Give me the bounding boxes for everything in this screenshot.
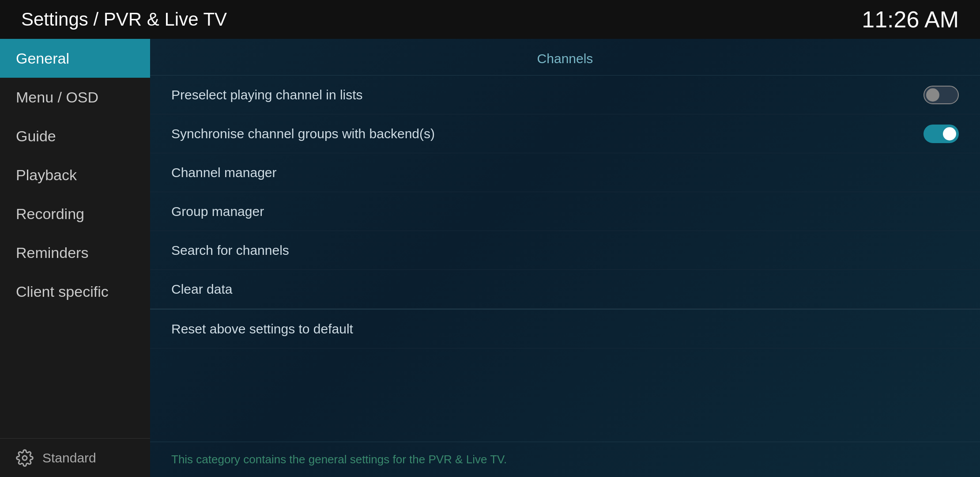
main-layout: General Menu / OSD Guide Playback Record… xyxy=(0,39,980,477)
sidebar-item-menu-osd-label: Menu / OSD xyxy=(16,89,98,106)
sidebar-item-recording[interactable]: Recording xyxy=(0,194,150,233)
sidebar-item-general[interactable]: General xyxy=(0,39,150,78)
setting-synchronise-channel-groups[interactable]: Synchronise channel groups with backend(… xyxy=(150,114,980,153)
settings-level-label: Standard xyxy=(42,450,96,466)
footer-description: This category contains the general setti… xyxy=(171,453,507,466)
gear-icon xyxy=(16,449,34,467)
toggle-preselect-playing[interactable] xyxy=(923,86,959,104)
sidebar-item-client-specific[interactable]: Client specific xyxy=(0,272,150,311)
sidebar-nav: General Menu / OSD Guide Playback Record… xyxy=(0,39,150,438)
setting-preselect-playing[interactable]: Preselect playing channel in lists xyxy=(150,76,980,114)
setting-clear-data[interactable]: Clear data xyxy=(150,270,980,309)
content-footer: This category contains the general setti… xyxy=(150,442,980,477)
setting-channel-manager-label: Channel manager xyxy=(171,165,277,180)
toggle-synchronise-channel-groups[interactable] xyxy=(923,125,959,143)
settings-content: Channels Preselect playing channel in li… xyxy=(150,39,980,442)
setting-reset-defaults[interactable]: Reset above settings to default xyxy=(150,310,980,348)
sidebar-item-guide-label: Guide xyxy=(16,128,56,145)
sidebar-item-reminders-label: Reminders xyxy=(16,244,88,261)
clock: 11:26 AM xyxy=(862,6,959,33)
sidebar-item-guide[interactable]: Guide xyxy=(0,117,150,155)
sidebar-item-recording-label: Recording xyxy=(16,205,84,223)
svg-point-0 xyxy=(23,456,27,460)
sidebar-item-playback-label: Playback xyxy=(16,167,77,184)
content-area: Channels Preselect playing channel in li… xyxy=(150,39,980,477)
sidebar-item-client-specific-label: Client specific xyxy=(16,283,109,300)
setting-group-manager-label: Group manager xyxy=(171,204,264,219)
toggle-knob-preselect xyxy=(926,88,939,102)
setting-group-manager[interactable]: Group manager xyxy=(150,192,980,231)
section-header-channels: Channels xyxy=(150,39,980,76)
setting-preselect-playing-label: Preselect playing channel in lists xyxy=(171,87,363,102)
setting-search-for-channels[interactable]: Search for channels xyxy=(150,231,980,270)
setting-reset-label: Reset above settings to default xyxy=(171,322,353,337)
sidebar-item-playback[interactable]: Playback xyxy=(0,155,150,194)
setting-search-channels-label: Search for channels xyxy=(171,243,289,258)
settings-level-footer[interactable]: Standard xyxy=(0,438,150,477)
setting-clear-data-label: Clear data xyxy=(171,282,232,297)
sidebar-item-general-label: General xyxy=(16,50,69,67)
header: Settings / PVR & Live TV 11:26 AM xyxy=(0,0,980,39)
sidebar: General Menu / OSD Guide Playback Record… xyxy=(0,39,150,477)
setting-channel-manager[interactable]: Channel manager xyxy=(150,153,980,192)
sidebar-item-menu-osd[interactable]: Menu / OSD xyxy=(0,78,150,117)
toggle-knob-synchronise xyxy=(943,127,956,140)
setting-synchronise-label: Synchronise channel groups with backend(… xyxy=(171,126,435,141)
sidebar-item-reminders[interactable]: Reminders xyxy=(0,233,150,272)
page-title: Settings / PVR & Live TV xyxy=(21,9,227,30)
